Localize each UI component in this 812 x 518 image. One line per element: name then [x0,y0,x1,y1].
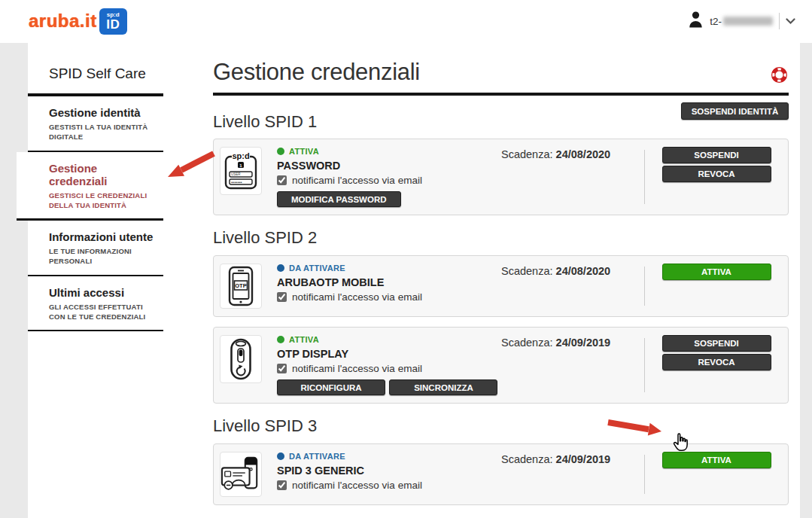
username-redacted [723,17,773,26]
content-panel: SPID Self Care Gestione identità GESTIST… [28,43,800,518]
sospendi-identita-button[interactable]: SOSPENDI IDENTITÀ [681,102,789,120]
status-dot-icon [277,336,284,343]
riconfigura-button[interactable]: RICONFIGURA [277,379,385,395]
top-bar: aruba.it sp:d ID t2- [0,0,812,43]
credential-card-otp-display: ATTIVA OTP DISPLAY notificami l'accesso … [213,327,789,404]
sidebar-item-informazioni-utente[interactable]: Informazioni utente LE TUE INFORMAZIONI … [28,221,163,276]
user-menu[interactable]: t2- [688,11,795,32]
otp-mobile-icon: OTP [220,264,262,309]
sidebar-item-ultimi-accessi[interactable]: Ultimi accessi GLI ACCESSI EFFETTUATI CO… [28,276,163,332]
help-lifebuoy-icon[interactable] [771,67,787,86]
main-content: Gestione credenziali Livello SPID 1 SOSP… [213,43,789,518]
status-badge: DA ATTIVARE [277,452,501,461]
credential-card-arubaotp-mobile: OTP DA ATTIVARE ARUBAOTP MOBILE notifica… [213,255,789,317]
credential-name: ARUBAOTP MOBILE [277,276,501,288]
section-heading-spid2: Livello SPID 2 [213,228,789,248]
sincronizza-button[interactable]: SINCRONIZZA [389,379,497,395]
aruba-logo-text: aruba.it [29,8,97,34]
svg-text:OTP: OTP [235,282,246,289]
credential-name: OTP DISPLAY [277,348,501,360]
sidebar-item-gestione-identita[interactable]: Gestione identità GESTISTI LA TUA IDENTI… [28,96,163,152]
status-badge: DA ATTIVARE [277,264,501,273]
notify-email-checkbox[interactable] [277,292,287,302]
credential-name: SPID 3 GENERIC [277,465,501,477]
attiva-button[interactable]: ATTIVA [662,264,771,280]
notify-email-checkbox[interactable] [277,175,287,185]
notify-email-option: notificami l'accesso via email [277,291,501,303]
status-dot-icon [277,264,284,272]
svg-text:sp:d: sp:d [232,151,249,160]
section-heading-spid1: Livello SPID 1 [213,112,317,132]
expiry-text: Scadenza: 24/09/2019 [501,335,644,395]
notify-email-option: notificami l'accesso via email [277,363,501,374]
sidebar-title: SPID Self Care [28,43,163,96]
user-icon [688,11,704,32]
expiry-text: Scadenza: 24/08/2020 [501,264,644,309]
expiry-text: Scadenza: 24/08/2020 [501,147,644,207]
svg-text:•••••••: ••••••• [231,180,242,184]
aruba-spid-logo[interactable]: aruba.it sp:d ID [29,8,127,35]
notify-email-option: notificami l'accesso via email [277,175,501,186]
sidebar-item-gestione-credenziali[interactable]: Gestione credenziali GESTISCI LE CREDENZ… [17,152,163,221]
section-heading-spid3: Livello SPID 3 [213,416,789,436]
spid3-smartcard-icon [220,452,262,497]
spid-password-icon: sp:d 1 USER ••••••• [220,147,262,195]
svg-text:USER: USER [231,172,241,176]
revoca-button[interactable]: REVOCA [662,166,771,182]
page-title: Gestione credenziali [213,59,789,86]
otp-display-icon [220,335,262,383]
notify-email-option: notificami l'accesso via email [277,480,501,491]
sidebar: SPID Self Care Gestione identità GESTIST… [28,43,163,331]
spid-id-badge-icon: sp:d ID [99,8,127,35]
spid-self-care-page: aruba.it sp:d ID t2- SPID Self Care [0,0,812,518]
expiry-text: Scadenza: 24/09/2019 [501,452,644,497]
credential-card-password: sp:d 1 USER ••••••• ATTIVA PASSWORD [213,139,789,215]
modifica-password-button[interactable]: MODIFICA PASSWORD [277,191,401,207]
status-badge: ATTIVA [277,335,501,344]
sospendi-button[interactable]: SOSPENDI [662,147,771,163]
attiva-spid3-button[interactable]: ATTIVA [662,452,771,468]
divider [779,13,780,29]
status-dot-icon [277,148,284,155]
chevron-down-icon[interactable] [786,14,795,28]
sospendi-button[interactable]: SOSPENDI [662,335,771,352]
username-text: t2- [710,16,773,27]
credential-card-spid3-generic: DA ATTIVARE SPID 3 GENERIC notificami l'… [213,443,789,505]
notify-email-checkbox[interactable] [277,480,287,490]
status-badge: ATTIVA [277,147,501,156]
title-divider [213,93,789,96]
credential-name: PASSWORD [277,160,501,172]
status-dot-icon [277,452,284,460]
notify-email-checkbox[interactable] [277,364,287,373]
revoca-button[interactable]: REVOCA [662,354,771,370]
